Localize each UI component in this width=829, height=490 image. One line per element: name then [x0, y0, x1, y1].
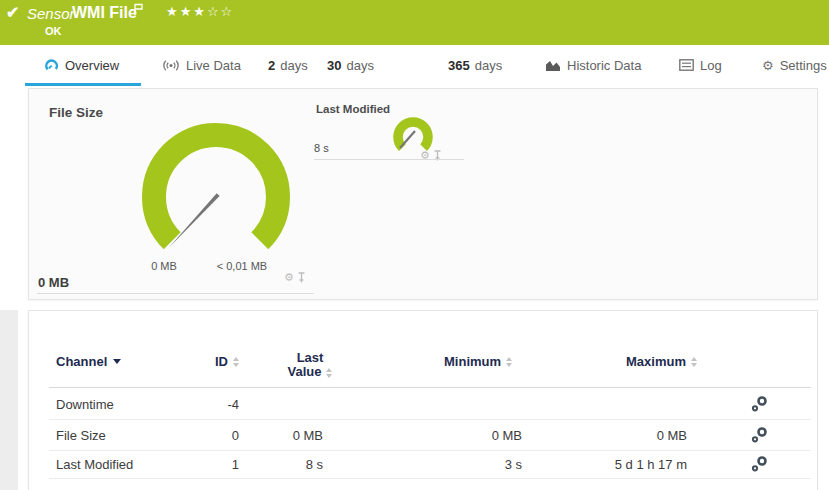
gauge-card-separator — [37, 293, 314, 294]
sort-icon — [233, 357, 239, 367]
file-size-current-value: 0 MB — [38, 275, 69, 290]
tab-historic-data[interactable]: Historic Data — [545, 45, 641, 85]
tab-bar: Overview Live Data 2 days 30 days 365 da… — [0, 45, 829, 88]
tab-overview[interactable]: Overview — [44, 45, 119, 85]
cell-channel: Last Modified — [56, 457, 133, 472]
column-header-channel-label: Channel — [56, 354, 107, 369]
column-header-minimum-label: Minimum — [444, 354, 501, 369]
cell-maximum: 5 d 1 h 17 m — [557, 457, 687, 472]
cell-last-value: 0 MB — [243, 427, 323, 442]
channel-settings-icon[interactable] — [751, 426, 768, 443]
broadcast-icon — [162, 59, 180, 72]
gauge-icon — [44, 58, 59, 73]
status-text: OK — [45, 25, 62, 37]
last-modified-gauge-title: Last Modified — [316, 103, 390, 115]
gauge-scale-min-label: 0 MB — [134, 260, 194, 272]
sensor-name: WMI File — [72, 4, 137, 22]
tab-365-days-number: 365 — [448, 58, 470, 73]
tab-2-days-label: days — [280, 58, 307, 73]
stars-filled: ★★★ — [166, 4, 207, 19]
active-tab-underline — [25, 83, 141, 86]
status-check-icon: ✔ — [6, 3, 19, 22]
tab-365-days[interactable]: 365 days — [448, 45, 502, 85]
column-header-last-value-line2: Value — [288, 364, 322, 379]
cell-channel: Downtime — [56, 396, 114, 411]
tab-30-days-number: 30 — [327, 58, 341, 73]
area-chart-icon — [545, 59, 561, 72]
gauge-gear-icon[interactable]: ⚙ — [284, 272, 294, 283]
column-header-id[interactable]: ID — [179, 353, 239, 369]
gauges-panel: File Size 0 MB < 0,01 MB 0 MB ⚙ Last Mod… — [28, 88, 818, 300]
column-header-last-value[interactable]: Last Value — [273, 351, 347, 379]
stars-empty: ☆☆ — [207, 4, 234, 19]
cell-channel: File Size — [56, 427, 106, 442]
pin-icon[interactable] — [297, 272, 306, 283]
mini-gauge-separator — [314, 159, 464, 160]
tab-overview-label: Overview — [65, 58, 119, 73]
channels-table-panel: Channel ID Last Value Minimum Maximum Do… — [28, 310, 818, 490]
flag-icon[interactable] — [133, 2, 144, 20]
tab-365-days-label: days — [475, 58, 502, 73]
log-icon — [679, 59, 694, 71]
file-size-gauge — [136, 119, 296, 279]
cell-maximum: 0 MB — [557, 427, 687, 442]
object-kind-label: Sensor — [27, 5, 75, 22]
cell-id: 1 — [179, 457, 239, 472]
page-gutter — [0, 310, 18, 490]
chevron-down-icon — [113, 359, 121, 364]
last-modified-current-value: 8 s — [314, 142, 329, 154]
prtg-sensor-overview-page: ✔ Sensor WMI File ★★★☆☆ OK Overview — [0, 0, 829, 490]
sort-icon — [326, 368, 332, 378]
cell-minimum: 0 MB — [422, 427, 522, 442]
tab-30-days-label: days — [346, 58, 373, 73]
tab-historic-data-label: Historic Data — [567, 58, 641, 73]
table-row-last-modified: Last Modified 1 8 s 3 s 5 d 1 h 17 m — [29, 450, 819, 478]
sort-icon — [506, 357, 512, 367]
cell-id: -4 — [179, 396, 239, 411]
tab-log[interactable]: Log — [679, 45, 722, 85]
cell-id: 0 — [179, 427, 239, 442]
sensor-status-bar: ✔ Sensor WMI File ★★★☆☆ OK — [0, 0, 829, 45]
file-size-gauge-title: File Size — [49, 105, 103, 120]
table-row-file-size: File Size 0 0 MB 0 MB 0 MB — [29, 419, 819, 450]
tab-2-days-number: 2 — [268, 58, 275, 73]
column-header-maximum-label: Maximum — [626, 354, 686, 369]
tab-settings-label: Settings — [780, 58, 827, 73]
cell-minimum: 3 s — [422, 457, 522, 472]
channel-settings-icon[interactable] — [751, 456, 768, 473]
file-size-gauge-tools: ⚙ — [284, 272, 306, 283]
table-row-downtime: Downtime -4 — [29, 388, 819, 419]
column-header-id-label: ID — [215, 354, 228, 369]
tab-log-label: Log — [700, 58, 722, 73]
tab-live-data-label: Live Data — [186, 58, 241, 73]
column-header-minimum[interactable]: Minimum — [444, 353, 512, 369]
column-header-channel[interactable]: Channel — [56, 353, 121, 369]
tab-live-data[interactable]: Live Data — [162, 45, 241, 85]
tab-settings[interactable]: ⚙ Settings — [762, 45, 827, 85]
channel-settings-icon[interactable] — [751, 395, 768, 412]
cell-last-value: 8 s — [243, 457, 323, 472]
sort-icon — [691, 357, 697, 367]
gear-icon: ⚙ — [762, 59, 774, 72]
tab-2-days[interactable]: 2 days — [268, 45, 308, 85]
tab-30-days[interactable]: 30 days — [327, 45, 374, 85]
gauge-scale-max-label: < 0,01 MB — [202, 260, 282, 272]
priority-stars[interactable]: ★★★☆☆ — [166, 4, 234, 19]
column-header-maximum[interactable]: Maximum — [626, 353, 697, 369]
table-row-divider — [49, 478, 811, 479]
column-header-last-value-line1: Last — [297, 350, 324, 365]
